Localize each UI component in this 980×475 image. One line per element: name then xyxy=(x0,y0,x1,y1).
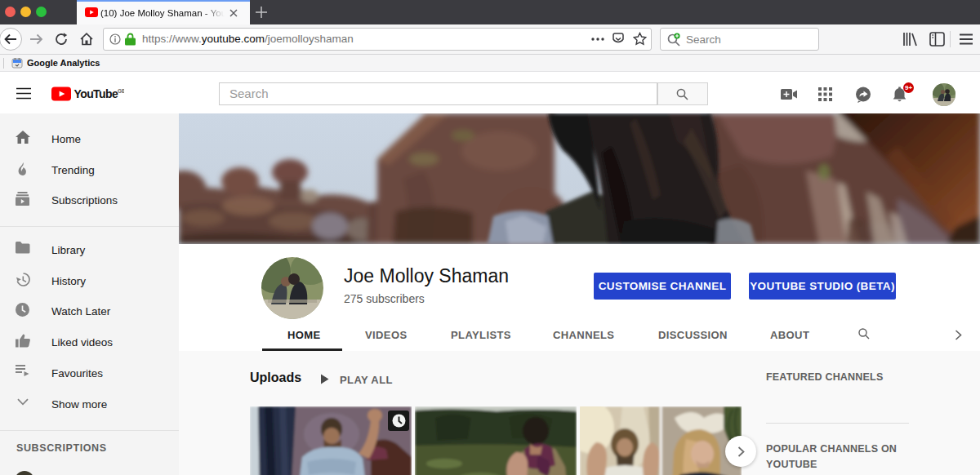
svg-text:GB: GB xyxy=(118,88,124,94)
svg-text:YouTube: YouTube xyxy=(74,87,118,100)
